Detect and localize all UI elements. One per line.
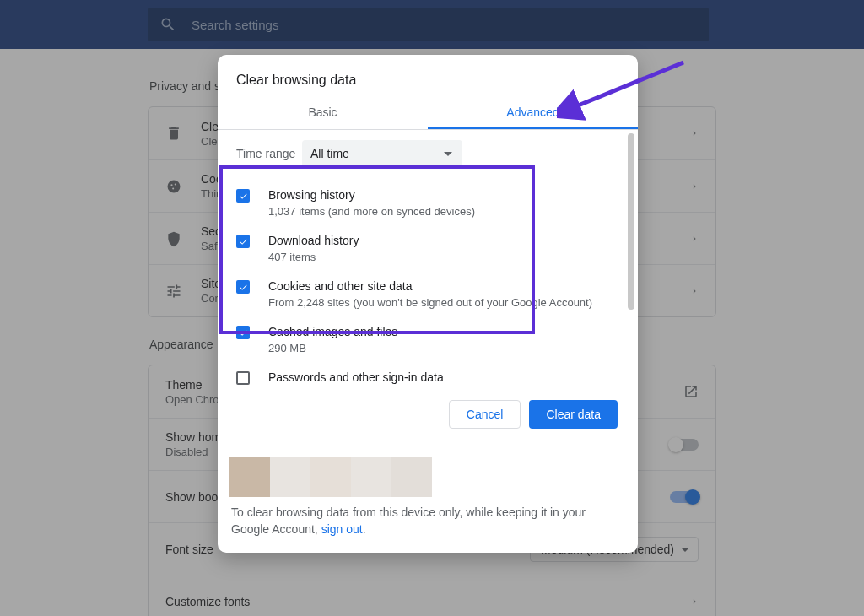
option-sub: 910 passwords (for yobit.net, dropbox.co… — [268, 386, 621, 388]
option-checkbox[interactable] — [236, 280, 250, 294]
option-checkbox[interactable] — [236, 235, 250, 248]
avatar — [270, 457, 310, 497]
scrollbar[interactable] — [628, 133, 636, 385]
time-range-select[interactable]: All time — [302, 140, 462, 167]
clear-data-option[interactable]: Download history407 items — [236, 226, 626, 272]
option-sub: 290 MB — [268, 341, 621, 355]
option-checkbox[interactable] — [236, 371, 250, 385]
dialog-body: Time range All time Browsing history1,03… — [218, 130, 638, 388]
time-range-row: Time range All time — [236, 140, 626, 167]
clear-data-option[interactable]: Cookies and other site dataFrom 2,248 si… — [236, 272, 626, 317]
dialog-actions: Cancel Clear data — [218, 388, 638, 446]
time-range-label: Time range — [236, 147, 302, 160]
avatar — [310, 457, 351, 497]
scrollbar-thumb[interactable] — [628, 133, 634, 310]
clear-browsing-data-dialog: Clear browsing data Basic Advanced Time … — [218, 55, 638, 553]
dialog-scroll[interactable]: Time range All time Browsing history1,03… — [218, 130, 626, 388]
clear-data-option[interactable]: Browsing history1,037 items (and more on… — [236, 181, 626, 226]
sign-out-link[interactable]: sign out — [321, 522, 363, 536]
option-checkbox[interactable] — [236, 326, 250, 339]
option-sub: 407 items — [268, 250, 621, 264]
tab-basic[interactable]: Basic — [218, 98, 428, 129]
cancel-button[interactable]: Cancel — [449, 400, 521, 429]
option-sub: From 2,248 sites (you won't be signed ou… — [268, 295, 621, 310]
avatar — [392, 457, 432, 497]
footer-text: To clear browsing data from this device … — [230, 504, 621, 553]
avatar — [351, 457, 392, 497]
footer-pre: To clear browsing data from this device … — [231, 505, 586, 536]
option-title: Browsing history — [268, 187, 621, 203]
dialog-title: Clear browsing data — [218, 55, 638, 98]
account-footer: To clear browsing data from this device … — [218, 446, 638, 553]
option-title: Passwords and other sign-in data — [268, 370, 621, 386]
dialog-tabs: Basic Advanced — [218, 98, 638, 130]
avatar-row — [230, 457, 621, 497]
option-title: Cookies and other site data — [268, 278, 621, 294]
footer-post: . — [363, 522, 366, 536]
clear-data-button[interactable]: Clear data — [529, 400, 618, 429]
avatar — [230, 457, 270, 497]
option-title: Download history — [268, 233, 621, 249]
option-title: Cached images and files — [268, 324, 621, 340]
clear-data-option[interactable]: Cached images and files290 MB — [236, 317, 626, 363]
option-checkbox[interactable] — [236, 189, 250, 203]
option-sub: 1,037 items (and more on synced devices) — [268, 204, 621, 219]
clear-data-option[interactable]: Passwords and other sign-in data910 pass… — [236, 363, 626, 388]
tab-advanced[interactable]: Advanced — [428, 98, 638, 129]
